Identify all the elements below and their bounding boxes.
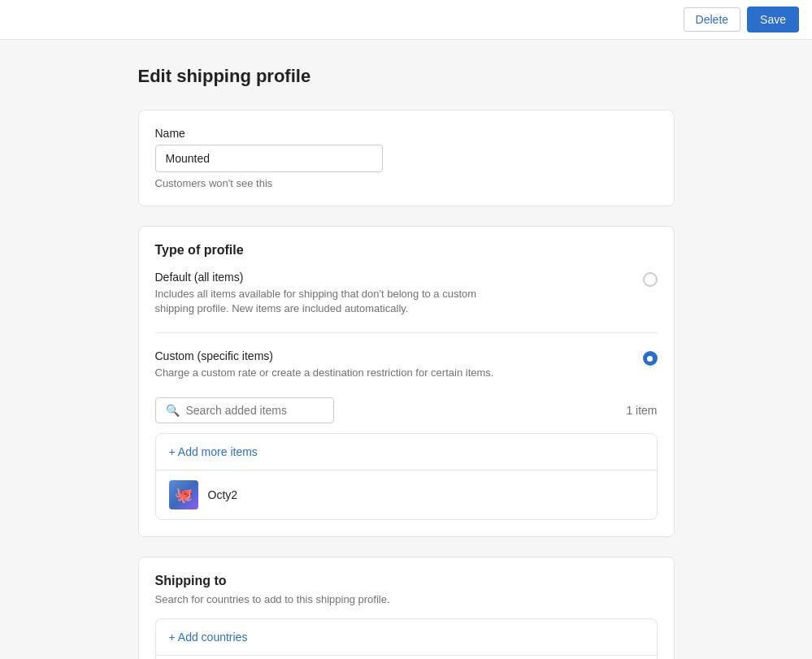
add-countries-link[interactable]: + Add countries [169,631,644,644]
table-row: 🐙 Octy2 [156,470,657,519]
option-custom: Custom (specific items) Charge a custom … [155,349,658,380]
items-header: 🔍 1 item [155,397,658,423]
option-default-radio[interactable] [643,272,658,287]
name-section: Name Customers won't see this [138,110,675,206]
item-count: 1 item [626,404,657,417]
search-bar[interactable]: 🔍 [155,397,334,423]
name-label: Name [155,127,658,140]
option-custom-desc: Charge a custom rate or create a destina… [155,366,494,380]
name-input[interactable] [155,145,383,172]
add-items-row[interactable]: + Add more items [156,434,657,470]
shipping-to-section: Shipping to Search for countries to add … [138,557,675,659]
countries-container: + Add countries United Kingdom (4 Countr… [155,618,658,659]
shipping-to-heading: Shipping to [155,574,658,588]
profile-type-section: Type of profile Default (all items) Incl… [138,226,675,537]
option-default-desc: Includes all items available for shippin… [155,287,497,316]
add-more-items-link[interactable]: + Add more items [169,445,644,458]
item-name: Octy2 [208,488,238,501]
item-thumbnail: 🐙 [169,480,198,509]
option-default-title: Default (all items) [155,271,497,284]
delete-button[interactable]: Delete [684,7,740,32]
divider-1 [155,332,658,333]
add-countries-row[interactable]: + Add countries [156,619,657,656]
page-content: Edit shipping profile Name Customers won… [122,40,691,659]
save-button[interactable]: Save [747,7,799,33]
item-thumbnail-icon: 🐙 [175,486,193,504]
search-icon: 🔍 [166,404,180,417]
option-custom-radio[interactable] [643,351,658,366]
profile-type-heading: Type of profile [155,243,658,258]
search-input[interactable] [186,404,323,417]
top-bar: Delete Save [0,0,812,40]
name-helper: Customers won't see this [155,177,658,189]
items-container: + Add more items 🐙 Octy2 [155,433,658,520]
country-row: United Kingdom (4 Countries) Select Coun… [156,656,657,659]
option-custom-title: Custom (specific items) [155,349,494,362]
shipping-to-desc: Search for countries to add to this ship… [155,593,658,605]
page-title: Edit shipping profile [138,66,675,87]
option-default: Default (all items) Includes all items a… [155,271,658,316]
